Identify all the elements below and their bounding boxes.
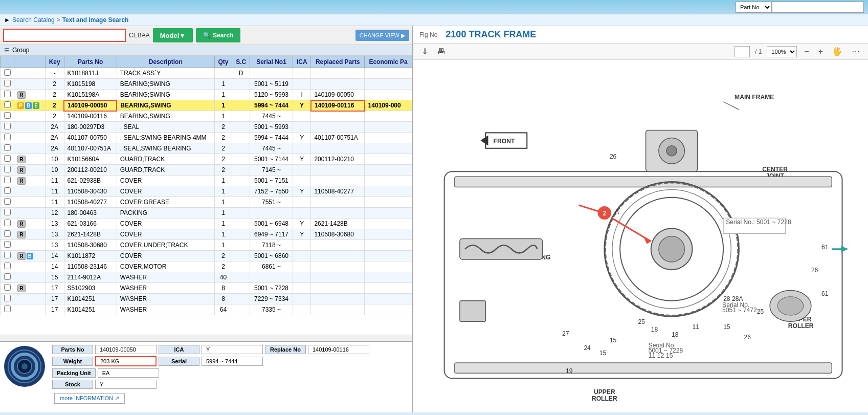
table-row[interactable]: R2K1015198ABEARING;SWING15120 ~ 5993I140… <box>1 90 412 100</box>
row-checkbox[interactable] <box>4 241 11 248</box>
row-description: . SEAL,SWING BEARING <box>117 143 214 154</box>
row-checkbox[interactable] <box>4 123 11 129</box>
model-button[interactable]: Model▼ <box>153 28 193 42</box>
row-parts-no: 2114-9012A <box>64 272 117 283</box>
row-sc <box>232 304 250 315</box>
parts-table-container[interactable]: Key Parts No Description Qty S.C Serial … <box>0 56 412 335</box>
row-key: 14 <box>45 261 64 272</box>
row-checkbox[interactable] <box>4 144 11 151</box>
parts-no-value: 140109-00050 <box>95 345 157 354</box>
part-no-select[interactable]: Part No. <box>736 2 772 13</box>
row-checkbox[interactable] <box>4 166 11 172</box>
row-checkbox[interactable] <box>4 177 11 183</box>
row-parts-no: K1018811J <box>64 68 117 79</box>
svg-text:A: A <box>615 208 619 215</box>
row-key: 15 <box>45 272 64 283</box>
page-input[interactable]: 1 <box>735 46 750 57</box>
row-qty: 1 <box>214 79 232 90</box>
table-row[interactable]: R13621-03166COVER15001 ~ 6948Y2621-1428B <box>1 219 412 229</box>
part-search-input[interactable] <box>772 2 864 13</box>
zoom-in-button[interactable]: + <box>816 46 825 57</box>
row-checkbox[interactable] <box>4 209 11 215</box>
row-key: 11 <box>45 186 64 197</box>
table-row[interactable]: 2A180-00297D3. SEAL25001 ~ 5993 <box>1 122 412 133</box>
table-row[interactable]: 13110508-30680COVER,UNDER;TRACK17118 ~ <box>1 240 412 251</box>
row-key: 2 <box>45 100 64 111</box>
search-button[interactable]: 🔍 Search <box>196 28 240 42</box>
table-row[interactable]: 11110508-40277COVER;GREASE17551 ~ <box>1 197 412 208</box>
col-description: Description <box>117 56 214 68</box>
zoom-out-button[interactable]: − <box>802 46 811 57</box>
hand-tool-button[interactable]: 🖐 <box>830 46 844 57</box>
row-checkbox[interactable] <box>4 187 11 194</box>
row-flags <box>14 294 45 304</box>
row-checkbox[interactable] <box>4 273 11 280</box>
search-bar: DX140LC CEBAA Model▼ 🔍 Search CHANGE VIE… <box>0 26 412 45</box>
change-view-button[interactable]: CHANGE VIEW ▶ <box>355 30 409 41</box>
svg-text:Serial No.: 5001 ~ 7228: Serial No.: 5001 ~ 7228 <box>726 219 791 226</box>
row-checkbox[interactable] <box>4 155 11 162</box>
print-button[interactable]: 🖶 <box>435 46 448 57</box>
table-row[interactable]: 17K1014251WASHER87229 ~ 7334 <box>1 294 412 304</box>
row-key: 13 <box>45 240 64 251</box>
col-check <box>1 56 14 68</box>
svg-rect-18 <box>455 177 832 187</box>
row-qty: 2 <box>214 154 232 165</box>
row-qty: 1 <box>214 100 232 111</box>
table-row[interactable]: 17K1014251WASHER647335 ~ <box>1 304 412 315</box>
table-row[interactable]: RB14K1011872COVER25001 ~ 6860 <box>1 251 412 261</box>
row-serial: 7145 ~ <box>250 165 293 176</box>
table-row[interactable]: PBE2140109-00050BEARING,SWING15994 ~ 744… <box>1 100 412 111</box>
row-checkbox[interactable] <box>4 69 11 76</box>
horizontal-scrollbar[interactable] <box>0 335 412 341</box>
row-checkbox[interactable] <box>4 220 11 226</box>
row-description: COVER <box>117 251 214 261</box>
table-row[interactable]: -K1018811JTRACK ASS`YD <box>1 68 412 79</box>
row-checkbox[interactable] <box>4 91 11 97</box>
table-row[interactable]: 12180-00463PACKING1 <box>1 208 412 219</box>
row-checkbox[interactable] <box>4 252 11 258</box>
table-row[interactable]: 2140109-00116BEARING,SWING17445 ~ <box>1 111 412 122</box>
table-row[interactable]: R11621-02938BCOVER15001 ~ 7151 <box>1 176 412 186</box>
table-row[interactable]: R17S5102903WASHER85001 ~ 7228 <box>1 283 412 294</box>
row-checkbox[interactable] <box>4 305 11 312</box>
row-serial: 6861 ~ <box>250 261 293 272</box>
row-checkbox[interactable] <box>4 101 11 108</box>
table-row[interactable]: R132621-1428BCOVER16949 ~ 7117Y110508-30… <box>1 229 412 240</box>
row-description: COVER;GREASE <box>117 197 214 208</box>
more-info-button[interactable]: more INFORMATION ↗ <box>54 393 125 404</box>
breadcrumb-arrow: ► <box>4 16 10 24</box>
zoom-select[interactable]: 100% 50% 75% 125% 150% 200% <box>767 46 797 57</box>
row-flags <box>14 79 45 90</box>
row-checkbox[interactable] <box>4 263 11 269</box>
row-checkbox[interactable] <box>4 284 11 291</box>
row-checkbox[interactable] <box>4 134 11 140</box>
table-row[interactable]: 2K1015198BEARING;SWING15001 ~ 5119 <box>1 79 412 90</box>
row-checkbox[interactable] <box>4 295 11 301</box>
breadcrumb-search-catalog[interactable]: Search Catalog <box>12 16 55 24</box>
row-checkbox[interactable] <box>4 198 11 205</box>
table-row[interactable]: 11110508-30430COVER17152 ~ 7550Y110508-4… <box>1 186 412 197</box>
row-serial: 7229 ~ 7334 <box>250 294 293 304</box>
row-sc: D <box>232 68 250 79</box>
table-row[interactable]: R10200112-00210GUARD,TRACK27145 ~ <box>1 165 412 176</box>
row-flags: R <box>14 283 45 294</box>
drawing-toolbar: ⇓ 🖶 1 / 1 100% 50% 75% 125% 150% 200% − … <box>413 43 868 60</box>
row-sc <box>232 186 250 197</box>
table-row[interactable]: 14110508-23146COVER,MOTOR26861 ~ <box>1 261 412 272</box>
model-input[interactable]: DX140LC <box>3 29 126 42</box>
table-row[interactable]: 2A401107-00751A. SEAL,SWING BEARING27445… <box>1 143 412 154</box>
row-checkbox[interactable] <box>4 112 11 119</box>
row-checkbox[interactable] <box>4 80 11 86</box>
table-row[interactable]: 152114-9012AWASHER40 <box>1 272 412 283</box>
row-flags: R <box>14 165 45 176</box>
row-checkbox[interactable] <box>4 230 11 237</box>
table-row[interactable]: 2A401107-00750. SEAL;SWING BEARING 4MM25… <box>1 133 412 143</box>
table-row[interactable]: R10K1015660AGUARD;TRACK25001 ~ 7144Y2001… <box>1 154 412 165</box>
row-description: COVER <box>117 219 214 229</box>
download-button[interactable]: ⇓ <box>419 46 430 57</box>
more-tools-button[interactable]: ⋯ <box>850 46 862 57</box>
row-serial: 5120 ~ 5993 <box>250 90 293 100</box>
row-parts-no: 401107-00751A <box>64 143 117 154</box>
replace-no-value: 140109-00116 <box>308 345 369 354</box>
